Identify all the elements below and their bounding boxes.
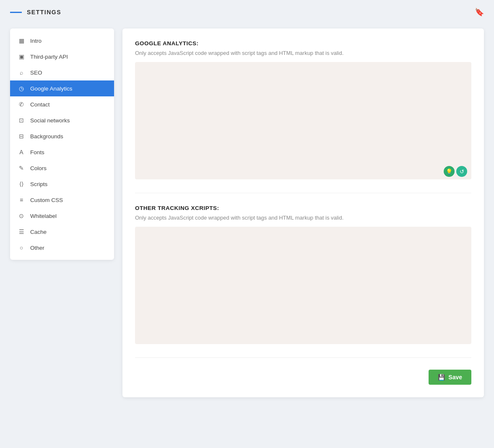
sidebar-label-intro: Intro [30,38,42,44]
sidebar-item-other[interactable]: ○Other [10,240,114,256]
sidebar-icon-custom-css: ≡ [18,197,25,203]
sidebar-item-colors[interactable]: ✎Colors [10,160,114,176]
save-button-label: Save [448,374,462,381]
sidebar-item-cache[interactable]: ☰Cache [10,224,114,240]
other-tracking-textarea[interactable] [135,227,471,344]
sidebar-icon-third-party-api: ▣ [18,53,25,60]
google-analytics-title: GOOGLE ANALYTICS: [135,40,471,47]
page-title: SETTINGS [27,9,61,16]
other-tracking-section: OTHER TRACKING XCRIPTS: Only accepts Jav… [135,205,471,346]
other-tracking-title: OTHER TRACKING XCRIPTS: [135,205,471,211]
sidebar-label-whitelabel: Whitelabel [30,213,57,219]
other-tracking-textarea-wrapper [135,227,471,346]
save-row: 💾 Save [135,370,471,385]
sidebar-item-whitelabel[interactable]: ⊙Whitelabel [10,208,114,224]
sidebar-item-social-networks[interactable]: ⊡Social networks [10,112,114,128]
sidebar-label-custom-css: Custom CSS [30,197,63,203]
save-icon: 💾 [438,374,445,381]
sidebar-label-contact: Contact [30,101,50,108]
main-content: GOOGLE ANALYTICS: Only accepts JavaScrip… [122,28,484,397]
sidebar-item-third-party-api[interactable]: ▣Third-party API [10,49,114,65]
sidebar-item-intro[interactable]: ▦Intro [10,33,114,49]
sidebar-icon-fonts: A [18,149,25,155]
textarea-action-buttons: 💡 ↺ [444,166,467,177]
save-button[interactable]: 💾 Save [429,370,471,385]
google-analytics-textarea[interactable] [135,62,471,179]
sidebar-item-scripts[interactable]: ⟨⟩Scripts [10,176,114,192]
sidebar-icon-colors: ✎ [18,165,25,171]
sidebar-icon-google-analytics: ◷ [18,85,25,92]
sidebar-item-google-analytics[interactable]: ◷Google Analytics [10,80,114,96]
sidebar-item-fonts[interactable]: AFonts [10,144,114,160]
section-divider-1 [135,193,471,193]
google-analytics-section: GOOGLE ANALYTICS: Only accepts JavaScrip… [135,40,471,181]
sidebar-label-colors: Colors [30,165,47,171]
other-tracking-desc: Only accepts JavaScript code wrapped wit… [135,215,471,221]
google-analytics-desc: Only accepts JavaScript code wrapped wit… [135,50,471,56]
sidebar-label-other: Other [30,245,44,251]
sidebar-icon-cache: ☰ [18,228,25,235]
sidebar-icon-whitelabel: ⊙ [18,212,25,219]
top-bar-accent [10,12,22,13]
sidebar-icon-contact: ✆ [18,101,25,108]
sidebar-label-third-party-api: Third-party API [30,54,68,60]
sidebar-label-backgrounds: Backgrounds [30,133,63,140]
top-bar: SETTINGS 🔖 [0,0,494,24]
sidebar-icon-social-networks: ⊡ [18,117,25,124]
sidebar-icon-other: ○ [18,244,25,251]
sidebar-icon-scripts: ⟨⟩ [18,181,25,187]
sidebar-item-seo[interactable]: ⌕SEO [10,65,114,80]
sidebar-label-seo: SEO [30,70,42,76]
analytics-help-button[interactable]: 💡 [444,166,455,177]
sidebar-label-social-networks: Social networks [30,117,70,124]
sidebar-item-custom-css[interactable]: ≡Custom CSS [10,192,114,208]
sidebar-icon-seo: ⌕ [18,69,25,76]
sidebar-icon-intro: ▦ [18,37,25,44]
section-divider-2 [135,357,471,358]
sidebar-label-cache: Cache [30,229,47,235]
sidebar-label-scripts: Scripts [30,181,47,187]
sidebar-item-backgrounds[interactable]: ⊟Backgrounds [10,128,114,144]
page-body: ▦Intro▣Third-party API⌕SEO◷Google Analyt… [0,24,494,407]
sidebar-label-google-analytics: Google Analytics [30,85,73,92]
sidebar-label-fonts: Fonts [30,149,44,155]
sidebar-item-contact[interactable]: ✆Contact [10,96,114,112]
sidebar-icon-backgrounds: ⊟ [18,133,25,140]
google-analytics-textarea-wrapper: 💡 ↺ [135,62,471,181]
sidebar: ▦Intro▣Third-party API⌕SEO◷Google Analyt… [10,28,114,260]
bookmark-icon[interactable]: 🔖 [475,8,484,17]
analytics-refresh-button[interactable]: ↺ [456,166,467,177]
